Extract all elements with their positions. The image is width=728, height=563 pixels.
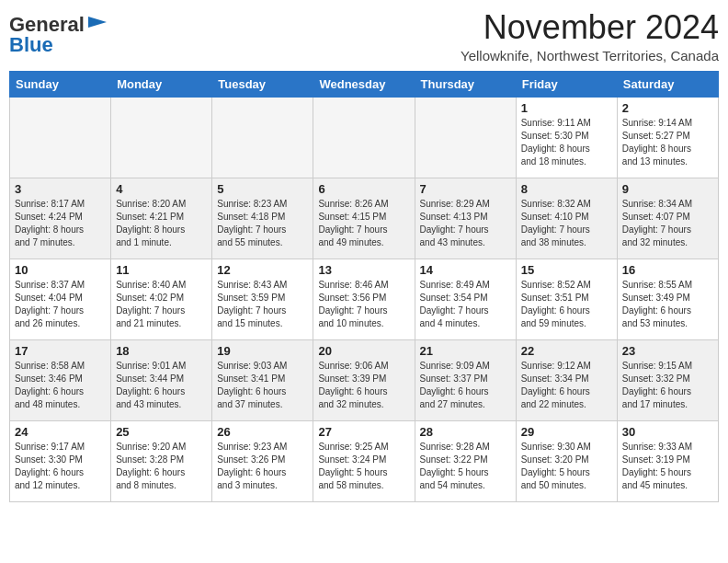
calendar-cell: 16Sunrise: 8:55 AM Sunset: 3:49 PM Dayli… — [617, 259, 718, 339]
day-number: 1 — [521, 101, 612, 115]
day-info: Sunrise: 8:55 AM Sunset: 3:49 PM Dayligh… — [622, 279, 713, 330]
day-info: Sunrise: 8:23 AM Sunset: 4:18 PM Dayligh… — [217, 198, 308, 249]
day-number: 10 — [15, 263, 106, 277]
location-subtitle: Yellowknife, Northwest Territories, Cana… — [461, 48, 719, 63]
day-number: 2 — [622, 101, 713, 115]
calendar-cell: 26Sunrise: 9:23 AM Sunset: 3:26 PM Dayli… — [212, 420, 313, 501]
day-info: Sunrise: 9:06 AM Sunset: 3:39 PM Dayligh… — [318, 360, 409, 411]
calendar-cell: 29Sunrise: 9:30 AM Sunset: 3:20 PM Dayli… — [516, 420, 617, 501]
day-info: Sunrise: 9:15 AM Sunset: 3:32 PM Dayligh… — [622, 360, 713, 411]
calendar-cell: 22Sunrise: 9:12 AM Sunset: 3:34 PM Dayli… — [516, 339, 617, 420]
calendar-cell: 23Sunrise: 9:15 AM Sunset: 3:32 PM Dayli… — [617, 339, 718, 420]
calendar-cell — [212, 97, 313, 178]
day-number: 15 — [521, 263, 612, 277]
day-number: 19 — [217, 344, 308, 358]
day-info: Sunrise: 9:14 AM Sunset: 5:27 PM Dayligh… — [622, 117, 713, 168]
calendar-cell: 14Sunrise: 8:49 AM Sunset: 3:54 PM Dayli… — [415, 259, 516, 339]
calendar-cell: 4Sunrise: 8:20 AM Sunset: 4:21 PM Daylig… — [111, 178, 212, 259]
calendar-header-row: SundayMondayTuesdayWednesdayThursdayFrid… — [10, 71, 719, 97]
day-number: 11 — [116, 263, 207, 277]
day-number: 9 — [622, 182, 713, 196]
day-number: 7 — [420, 182, 511, 196]
day-info: Sunrise: 9:17 AM Sunset: 3:30 PM Dayligh… — [15, 441, 106, 492]
day-number: 21 — [420, 344, 511, 358]
day-info: Sunrise: 8:40 AM Sunset: 4:02 PM Dayligh… — [116, 279, 207, 330]
day-number: 25 — [116, 425, 207, 439]
calendar-cell: 8Sunrise: 8:32 AM Sunset: 4:10 PM Daylig… — [516, 178, 617, 259]
logo-flag-icon — [86, 17, 107, 31]
calendar-cell: 28Sunrise: 9:28 AM Sunset: 3:22 PM Dayli… — [415, 420, 516, 501]
day-info: Sunrise: 8:29 AM Sunset: 4:13 PM Dayligh… — [420, 198, 511, 249]
day-info: Sunrise: 8:49 AM Sunset: 3:54 PM Dayligh… — [420, 279, 511, 330]
day-number: 14 — [420, 263, 511, 277]
day-number: 30 — [622, 425, 713, 439]
calendar-cell: 21Sunrise: 9:09 AM Sunset: 3:37 PM Dayli… — [415, 339, 516, 420]
day-number: 29 — [521, 425, 612, 439]
day-number: 12 — [217, 263, 308, 277]
calendar-cell — [10, 97, 111, 178]
day-info: Sunrise: 8:20 AM Sunset: 4:21 PM Dayligh… — [116, 198, 207, 249]
calendar-week-row: 17Sunrise: 8:58 AM Sunset: 3:46 PM Dayli… — [10, 339, 719, 420]
calendar-week-row: 24Sunrise: 9:17 AM Sunset: 3:30 PM Dayli… — [10, 420, 719, 501]
page-header: General Blue November 2024 Yellowknife, … — [9, 9, 719, 63]
day-info: Sunrise: 8:17 AM Sunset: 4:24 PM Dayligh… — [15, 198, 106, 249]
title-block: November 2024 Yellowknife, Northwest Ter… — [461, 9, 719, 63]
svg-marker-0 — [88, 17, 107, 28]
calendar-cell: 30Sunrise: 9:33 AM Sunset: 3:19 PM Dayli… — [617, 420, 718, 501]
day-number: 13 — [318, 263, 409, 277]
day-number: 4 — [116, 182, 207, 196]
calendar-cell: 11Sunrise: 8:40 AM Sunset: 4:02 PM Dayli… — [111, 259, 212, 339]
day-number: 8 — [521, 182, 612, 196]
col-header-friday: Friday — [516, 71, 617, 97]
day-number: 18 — [116, 344, 207, 358]
day-info: Sunrise: 9:12 AM Sunset: 3:34 PM Dayligh… — [521, 360, 612, 411]
day-info: Sunrise: 9:28 AM Sunset: 3:22 PM Dayligh… — [420, 441, 511, 492]
calendar-cell: 1Sunrise: 9:11 AM Sunset: 5:30 PM Daylig… — [516, 97, 617, 178]
calendar-cell: 15Sunrise: 8:52 AM Sunset: 3:51 PM Dayli… — [516, 259, 617, 339]
day-info: Sunrise: 8:46 AM Sunset: 3:56 PM Dayligh… — [318, 279, 409, 330]
day-number: 5 — [217, 182, 308, 196]
col-header-sunday: Sunday — [10, 71, 111, 97]
day-info: Sunrise: 8:58 AM Sunset: 3:46 PM Dayligh… — [15, 360, 106, 411]
day-info: Sunrise: 8:52 AM Sunset: 3:51 PM Dayligh… — [521, 279, 612, 330]
calendar-cell: 7Sunrise: 8:29 AM Sunset: 4:13 PM Daylig… — [415, 178, 516, 259]
col-header-tuesday: Tuesday — [212, 71, 313, 97]
calendar-cell: 24Sunrise: 9:17 AM Sunset: 3:30 PM Dayli… — [10, 420, 111, 501]
day-info: Sunrise: 9:20 AM Sunset: 3:28 PM Dayligh… — [116, 441, 207, 492]
day-number: 22 — [521, 344, 612, 358]
calendar-cell: 3Sunrise: 8:17 AM Sunset: 4:24 PM Daylig… — [10, 178, 111, 259]
logo-blue-text: Blue — [9, 33, 53, 57]
col-header-saturday: Saturday — [617, 71, 718, 97]
calendar-cell: 19Sunrise: 9:03 AM Sunset: 3:41 PM Dayli… — [212, 339, 313, 420]
calendar-cell: 10Sunrise: 8:37 AM Sunset: 4:04 PM Dayli… — [10, 259, 111, 339]
logo: General Blue — [9, 9, 107, 57]
day-info: Sunrise: 9:33 AM Sunset: 3:19 PM Dayligh… — [622, 441, 713, 492]
calendar-cell — [313, 97, 415, 178]
col-header-monday: Monday — [111, 71, 212, 97]
day-number: 26 — [217, 425, 308, 439]
day-info: Sunrise: 9:09 AM Sunset: 3:37 PM Dayligh… — [420, 360, 511, 411]
day-number: 23 — [622, 344, 713, 358]
calendar-table: SundayMondayTuesdayWednesdayThursdayFrid… — [9, 71, 719, 502]
day-info: Sunrise: 8:26 AM Sunset: 4:15 PM Dayligh… — [318, 198, 409, 249]
calendar-cell: 17Sunrise: 8:58 AM Sunset: 3:46 PM Dayli… — [10, 339, 111, 420]
day-number: 16 — [622, 263, 713, 277]
calendar-cell: 2Sunrise: 9:14 AM Sunset: 5:27 PM Daylig… — [617, 97, 718, 178]
day-number: 3 — [15, 182, 106, 196]
calendar-cell: 12Sunrise: 8:43 AM Sunset: 3:59 PM Dayli… — [212, 259, 313, 339]
calendar-cell: 5Sunrise: 8:23 AM Sunset: 4:18 PM Daylig… — [212, 178, 313, 259]
month-title: November 2024 — [461, 9, 719, 46]
calendar-cell: 27Sunrise: 9:25 AM Sunset: 3:24 PM Dayli… — [313, 420, 415, 501]
calendar-cell — [415, 97, 516, 178]
day-number: 24 — [15, 425, 106, 439]
day-number: 17 — [15, 344, 106, 358]
calendar-cell: 18Sunrise: 9:01 AM Sunset: 3:44 PM Dayli… — [111, 339, 212, 420]
day-info: Sunrise: 9:11 AM Sunset: 5:30 PM Dayligh… — [521, 117, 612, 168]
calendar-cell: 25Sunrise: 9:20 AM Sunset: 3:28 PM Dayli… — [111, 420, 212, 501]
day-number: 6 — [318, 182, 409, 196]
day-number: 28 — [420, 425, 511, 439]
calendar-cell: 13Sunrise: 8:46 AM Sunset: 3:56 PM Dayli… — [313, 259, 415, 339]
col-header-thursday: Thursday — [415, 71, 516, 97]
day-info: Sunrise: 9:03 AM Sunset: 3:41 PM Dayligh… — [217, 360, 308, 411]
day-info: Sunrise: 8:43 AM Sunset: 3:59 PM Dayligh… — [217, 279, 308, 330]
